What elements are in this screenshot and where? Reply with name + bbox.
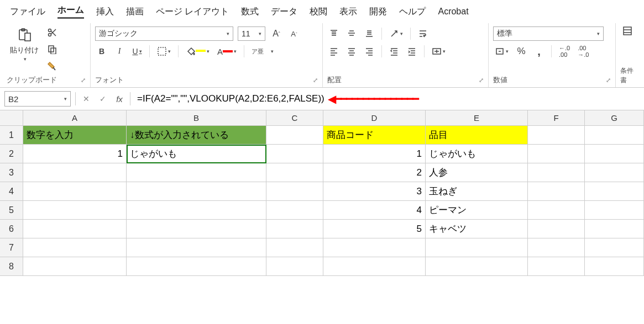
menu-help[interactable]: ヘルプ [399, 6, 426, 18]
cell-B7[interactable] [127, 238, 266, 257]
fx-button[interactable]: fx [113, 93, 125, 105]
cell-F2[interactable] [528, 145, 585, 163]
cell-G5[interactable] [585, 201, 644, 220]
accept-formula-button[interactable]: ✓ [97, 93, 109, 105]
accounting-format-button[interactable]: ▾ [493, 44, 510, 59]
row-header-2[interactable]: 2 [0, 145, 23, 163]
conditional-format-button[interactable] [620, 26, 633, 41]
menu-acrobat[interactable]: Acrobat [438, 7, 468, 17]
cell-C6[interactable] [266, 220, 323, 238]
cell-E5[interactable]: ピーマン [426, 201, 528, 220]
menu-formulas[interactable]: 数式 [241, 6, 259, 18]
cell-G2[interactable] [585, 145, 644, 163]
menu-insert[interactable]: 挿入 [96, 6, 114, 18]
cell-F6[interactable] [528, 220, 585, 238]
menu-review[interactable]: 校閲 [310, 6, 327, 18]
row-header-8[interactable]: 8 [0, 257, 23, 276]
cell-C5[interactable] [266, 201, 323, 220]
menu-draw[interactable]: 描画 [126, 6, 144, 18]
menu-pagelayout[interactable]: ページ レイアウト [156, 6, 229, 18]
bold-button[interactable]: B [95, 44, 108, 59]
orientation-button[interactable]: ▾ [388, 26, 405, 41]
paste-button[interactable]: 貼り付け ▾ [7, 25, 42, 64]
cell-F4[interactable] [528, 182, 585, 201]
cell-A7[interactable] [23, 238, 127, 257]
cell-D5[interactable]: 4 [323, 201, 426, 220]
border-button[interactable]: ▾ [155, 44, 172, 59]
cell-G1[interactable] [585, 126, 644, 145]
merge-button[interactable]: ▾ [430, 44, 447, 59]
cell-D3[interactable]: 2 [323, 163, 426, 182]
cell-A1[interactable]: 数字を入力 [23, 126, 127, 145]
cell-B8[interactable] [127, 257, 266, 276]
formula-input[interactable]: =IF(A2="","",VLOOKUP(A2,D2:E6,2,FALSE)) … [135, 91, 640, 107]
cell-C7[interactable] [266, 238, 323, 257]
cell-A2[interactable]: 1 [23, 145, 127, 163]
cell-B4[interactable] [127, 182, 266, 201]
cell-C3[interactable] [266, 163, 323, 182]
launcher-icon[interactable]: ⤢ [479, 77, 484, 84]
cell-G3[interactable] [585, 163, 644, 182]
align-center-button[interactable] [345, 44, 358, 59]
cell-G7[interactable] [585, 238, 644, 257]
cell-F3[interactable] [528, 163, 585, 182]
cell-D2[interactable]: 1 [323, 145, 426, 163]
cell-C8[interactable] [266, 257, 323, 276]
cell-D6[interactable]: 5 [323, 220, 426, 238]
cell-A4[interactable] [23, 182, 127, 201]
cell-D4[interactable]: 3 [323, 182, 426, 201]
number-format-select[interactable]: 標準 ▾ [493, 26, 604, 41]
name-box[interactable]: B2 ▾ [4, 91, 71, 107]
comma-button[interactable]: , [532, 44, 546, 59]
align-bottom-button[interactable] [363, 26, 376, 41]
cell-E6[interactable]: キャベツ [426, 220, 528, 238]
cell-B6[interactable] [127, 220, 266, 238]
row-header-1[interactable]: 1 [0, 126, 23, 145]
cut-button[interactable] [45, 25, 59, 40]
menu-view[interactable]: 表示 [339, 6, 357, 18]
fill-color-button[interactable]: ▾ [184, 44, 211, 59]
cell-G6[interactable] [585, 220, 644, 238]
cell-G4[interactable] [585, 182, 644, 201]
col-header-E[interactable]: E [426, 110, 528, 126]
increase-decimal-button[interactable]: ←.0.00 [557, 44, 572, 59]
spreadsheet-grid[interactable]: A B C D E F G 1 数字を入力 ↓数式が入力されている 商品コード … [0, 110, 644, 276]
cell-B5[interactable] [127, 201, 266, 220]
menu-data[interactable]: データ [271, 6, 297, 18]
ruby-button[interactable]: ア亜 [250, 44, 265, 59]
cell-E2[interactable]: じゃがいも [426, 145, 528, 163]
menu-file[interactable]: ファイル [10, 6, 45, 18]
cell-F1[interactable] [528, 126, 585, 145]
cell-C2[interactable] [266, 145, 323, 163]
cell-A5[interactable] [23, 201, 127, 220]
cell-E7[interactable] [426, 238, 528, 257]
font-size-select[interactable]: 11 ▾ [238, 26, 265, 41]
increase-font-button[interactable]: Aˆ [270, 26, 283, 41]
launcher-icon[interactable]: ⤢ [606, 77, 611, 84]
col-header-G[interactable]: G [585, 110, 644, 126]
cell-A6[interactable] [23, 220, 127, 238]
cell-F5[interactable] [528, 201, 585, 220]
row-header-4[interactable]: 4 [0, 182, 23, 201]
menu-developer[interactable]: 開発 [369, 6, 387, 18]
align-top-button[interactable] [327, 26, 341, 41]
menu-home[interactable]: ホーム [57, 4, 84, 19]
cell-A8[interactable] [23, 257, 127, 276]
increase-indent-button[interactable] [405, 44, 418, 59]
cell-F7[interactable] [528, 238, 585, 257]
cancel-formula-button[interactable]: ✕ [80, 93, 92, 105]
decrease-indent-button[interactable] [388, 44, 401, 59]
font-name-select[interactable]: 游ゴシック ▾ [95, 26, 233, 41]
cell-D7[interactable] [323, 238, 426, 257]
cell-E3[interactable]: 人参 [426, 163, 528, 182]
col-header-F[interactable]: F [528, 110, 585, 126]
cell-D1[interactable]: 商品コード [323, 126, 426, 145]
cell-F8[interactable] [528, 257, 585, 276]
cell-G8[interactable] [585, 257, 644, 276]
select-all-corner[interactable] [0, 110, 23, 126]
decrease-font-button[interactable]: Aˇ [287, 26, 301, 41]
percent-button[interactable]: % [515, 44, 528, 59]
decrease-decimal-button[interactable]: .00→.0 [576, 44, 590, 59]
wrap-text-button[interactable] [416, 26, 430, 41]
col-header-D[interactable]: D [323, 110, 426, 126]
